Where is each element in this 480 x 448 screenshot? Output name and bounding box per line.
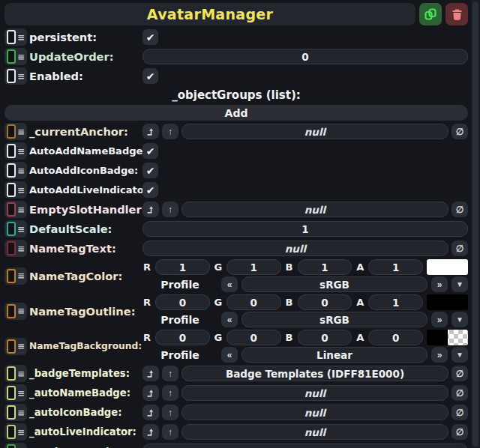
auto-add-live-indicator-checkbox[interactable]: ✔ [142,182,158,198]
drag-handle[interactable]: ≡ [4,423,27,441]
copy-component-button[interactable] [419,3,442,25]
color-swatch[interactable] [427,259,468,275]
persistent-checkbox[interactable]: ✔ [142,29,158,45]
drag-handle[interactable]: ≡ [4,201,27,218]
red-input[interactable]: 0 [155,330,210,345]
move-up-button[interactable]: ↑ [162,366,178,381]
alpha-input[interactable]: 0 [368,330,423,345]
double-chevron-right-icon: » [437,280,442,289]
menu-icon: ≡ [17,72,25,81]
scrollbar[interactable] [471,0,480,448]
update-order-input[interactable]: 0 [142,49,468,64]
drag-handle[interactable]: ≡ [4,220,27,237]
null-set-icon: ∅ [456,127,464,136]
channel-label-r: R [142,332,152,343]
drag-handle[interactable]: ≡ [4,48,27,65]
goto-reference-button[interactable] [142,366,159,381]
drag-handle[interactable]: ≡ [4,303,27,320]
profile-prev-button[interactable]: « [221,347,238,363]
color-swatch[interactable] [427,294,468,310]
clear-reference-button[interactable]: ∅ [452,405,468,420]
drag-handle[interactable]: ≡ [4,240,27,257]
profile-next-button[interactable]: » [431,312,448,327]
clear-reference-button[interactable]: ∅ [452,366,468,381]
type-pill-icon [7,366,16,381]
auto-icon-badge-reference-field[interactable]: null [182,405,448,420]
badge-templates-reference-field[interactable]: Badge Templates (IDFF81E000) [182,366,448,381]
drag-handle[interactable]: ≡ [4,267,27,285]
profile-dropdown-button[interactable]: ▼ [452,347,468,363]
type-pill-icon [7,124,16,139]
scrollbar-thumb[interactable] [472,1,478,447]
alpha-input[interactable]: 1 [368,294,423,310]
add-object-group-button[interactable]: Add [4,105,468,121]
clear-value-button[interactable]: ∅ [452,240,468,256]
move-up-button[interactable]: ↑ [162,405,178,420]
enabled-checkbox[interactable]: ✔ [142,68,158,84]
drag-handle[interactable]: ≡ [4,142,27,160]
profile-dropdown-button[interactable]: ▼ [452,312,468,327]
menu-icon: ≡ [17,186,25,195]
blue-input[interactable]: 0 [298,294,352,310]
profile-field[interactable]: Linear [242,347,428,363]
update-version-input[interactable]: 0 [142,444,468,448]
goto-reference-button[interactable] [142,124,159,139]
clear-reference-button[interactable]: ∅ [452,385,468,401]
move-up-button[interactable]: ↑ [162,202,178,217]
auto-add-icon-badge-checkbox[interactable]: ✔ [142,163,158,178]
blue-input[interactable]: 0 [298,330,352,345]
green-input[interactable]: 0 [226,294,281,310]
row-auto-icon-badge: ≡ _autoIconBadge: ↑ null ∅ [4,404,468,421]
copy-icon [424,7,437,21]
auto-live-indicator-reference-field[interactable]: null [182,424,448,440]
alpha-input[interactable]: 1 [368,259,423,275]
goto-reference-button[interactable] [142,202,159,217]
color-swatch[interactable] [427,330,468,345]
red-input[interactable]: 0 [155,294,210,310]
profile-prev-button[interactable]: « [221,276,238,292]
name-tag-text-input[interactable]: null [142,240,448,256]
drag-handle[interactable]: ≡ [4,123,27,140]
goto-reference-button[interactable] [142,424,159,440]
delete-component-button[interactable] [446,3,468,25]
profile-dropdown-button[interactable]: ▼ [452,276,468,292]
auto-name-badge-reference-field[interactable]: null [182,385,448,401]
move-up-button[interactable]: ↑ [162,424,178,440]
property-label: EmptySlotHandler: [29,203,142,216]
channel-label-g: G [214,297,223,308]
goto-reference-button[interactable] [142,405,159,420]
auto-add-name-badge-checkbox[interactable]: ✔ [142,143,158,159]
default-scale-input[interactable]: 1 [142,221,468,237]
clear-reference-button[interactable]: ∅ [452,424,468,440]
profile-field[interactable]: sRGB [242,312,428,327]
green-input[interactable]: 0 [226,330,281,345]
clear-reference-button[interactable]: ∅ [452,124,468,139]
menu-icon: ≡ [17,205,25,214]
drag-handle[interactable]: ≡ [4,28,27,46]
profile-field[interactable]: sRGB [242,276,428,292]
move-up-button[interactable]: ↑ [162,385,178,401]
drag-handle[interactable]: ≡ [4,384,27,402]
profile-next-button[interactable]: » [431,276,448,292]
move-up-button[interactable]: ↑ [162,124,178,139]
drag-handle[interactable]: ≡ [4,67,27,85]
menu-icon: ≡ [17,369,25,378]
property-label: _badgeTemplates: [29,368,130,379]
profile-prev-button[interactable]: « [221,312,238,327]
drag-handle[interactable]: ≡ [4,338,27,355]
drag-handle[interactable]: ≡ [4,162,27,179]
drag-handle[interactable]: ≡ [4,443,27,448]
type-pill-icon [7,425,16,439]
clear-reference-button[interactable]: ∅ [452,202,468,217]
current-anchor-reference-field[interactable]: null [182,124,448,139]
green-input[interactable]: 1 [226,259,281,275]
type-pill-icon [7,183,16,197]
blue-input[interactable]: 1 [298,259,352,275]
drag-handle[interactable]: ≡ [4,181,27,199]
drag-handle[interactable]: ≡ [4,404,27,421]
drag-handle[interactable]: ≡ [4,365,27,382]
goto-reference-button[interactable] [142,385,159,401]
empty-slot-handler-reference-field[interactable]: null [182,202,448,217]
red-input[interactable]: 1 [155,259,210,275]
profile-next-button[interactable]: » [431,347,448,363]
